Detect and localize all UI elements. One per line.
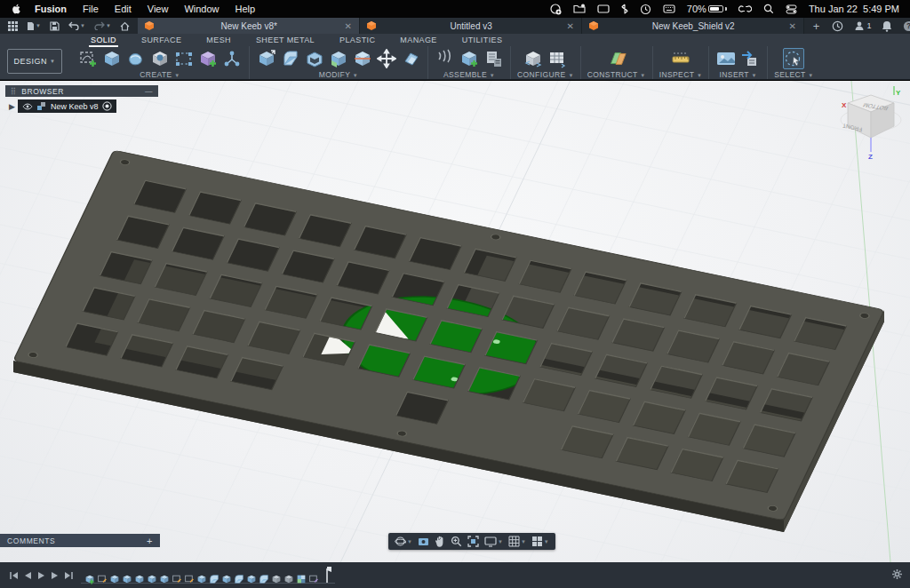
timeline-feature-combine-18[interactable]: [296, 572, 307, 583]
ribbon-tab-solid[interactable]: SOLID: [78, 34, 129, 46]
menu-view[interactable]: View: [140, 0, 177, 18]
extrude-icon[interactable]: [101, 48, 123, 69]
notifications-icon[interactable]: [882, 20, 892, 32]
measure-icon[interactable]: [670, 48, 691, 69]
add-comment-button[interactable]: +: [147, 536, 153, 546]
ribbon-tab-surface[interactable]: SURFACE: [129, 34, 194, 46]
group-label-inspect[interactable]: INSPECT ▼: [659, 70, 703, 79]
timeline-feature-form-16[interactable]: [271, 572, 282, 583]
timeline-feature-form-17[interactable]: [283, 572, 294, 583]
ribbon-tab-manage[interactable]: MANAGE: [387, 34, 449, 46]
bluetooth-icon[interactable]: [621, 4, 628, 14]
home-icon[interactable]: [117, 21, 132, 31]
display-settings-icon[interactable]: ▼: [483, 536, 505, 547]
timeline-feature-extrude-14[interactable]: [246, 572, 257, 583]
timeline-feature-fillet-11[interactable]: [209, 572, 220, 583]
timeline-feature-sketch-9[interactable]: [184, 572, 195, 583]
timeline-feature-extrude-6[interactable]: [147, 572, 157, 583]
menu-fusion[interactable]: Fusion: [27, 0, 75, 18]
ribbon-tab-plastic[interactable]: PLASTIC: [327, 34, 387, 46]
derive-icon[interactable]: [221, 48, 243, 69]
pan-icon[interactable]: [433, 536, 447, 547]
timeline-feature-extrude-7[interactable]: [159, 572, 170, 583]
timeline-feature-extrude-10[interactable]: [196, 572, 207, 583]
ribbon-tab-mesh[interactable]: MESH: [194, 34, 243, 46]
save-icon[interactable]: [47, 21, 62, 31]
shell-icon[interactable]: [304, 48, 325, 69]
timeline-feature-fillet-15[interactable]: [259, 572, 269, 583]
menu-help[interactable]: Help: [228, 0, 264, 18]
viewports-icon[interactable]: ▼: [530, 536, 551, 547]
form-icon[interactable]: [125, 48, 147, 69]
insert-image-icon[interactable]: [715, 48, 737, 69]
group-label-select[interactable]: SELECT ▼: [774, 70, 813, 79]
menu-bar-clock[interactable]: Thu Jan 22 5:49 PM: [809, 4, 899, 14]
battery-indicator[interactable]: 70%: [687, 4, 727, 14]
zoom-icon[interactable]: [449, 536, 464, 547]
redo-icon[interactable]: ▼: [92, 21, 114, 30]
app-grid-icon[interactable]: [5, 21, 20, 31]
offset-face-icon[interactable]: [400, 48, 421, 69]
fillet-icon[interactable]: [280, 48, 301, 69]
model-canvas[interactable]: [0, 81, 910, 562]
close-tab-icon[interactable]: ✕: [344, 21, 351, 31]
menu-file[interactable]: File: [75, 0, 107, 18]
timeline-feature-sketch-8[interactable]: [172, 572, 182, 583]
timeline-settings-gear-icon[interactable]: [891, 568, 910, 584]
timeline-skip-start-button[interactable]: [9, 571, 19, 580]
activate-component-radio[interactable]: [102, 101, 112, 111]
timeline-feature-fillet-13[interactable]: [234, 572, 244, 583]
construct-plane-icon[interactable]: [606, 48, 627, 69]
drag-handle-icon[interactable]: ⣿: [11, 87, 16, 95]
sketch-plus-icon[interactable]: [77, 48, 99, 69]
pattern-icon[interactable]: [173, 48, 195, 69]
press-pull-icon[interactable]: [256, 48, 277, 69]
menu-edit[interactable]: Edit: [107, 0, 140, 18]
browser-panel-header[interactable]: ⣿ BROWSER —: [5, 85, 158, 97]
timeline-feature-extrude-12[interactable]: [221, 572, 232, 583]
comments-bar[interactable]: COMMENTS +: [0, 534, 160, 547]
split-icon[interactable]: [352, 48, 373, 69]
menu-window[interactable]: Window: [176, 0, 227, 18]
orbit-icon[interactable]: ▼: [393, 536, 414, 547]
visibility-eye-icon[interactable]: [22, 103, 33, 110]
timeline-feature-sketch-2[interactable]: [97, 572, 108, 583]
joint-icon[interactable]: [435, 48, 456, 69]
folder-badge-icon[interactable]: [573, 4, 586, 14]
3d-viewport[interactable]: BOTTOM FRONT X Y Z ⣿ BROWSER — ▶ New Kee…: [0, 81, 910, 562]
spotlight-icon[interactable]: [763, 4, 774, 14]
document-tab-3[interactable]: New Keeb_Shield v2✕: [582, 18, 804, 34]
timeline-feature-component-1[interactable]: [84, 572, 95, 583]
config-table-icon[interactable]: [547, 48, 568, 69]
new-document-tab-button[interactable]: +: [804, 18, 829, 34]
group-label-modify[interactable]: MODIFY ▼: [319, 70, 358, 79]
time-machine-icon[interactable]: [640, 4, 651, 15]
timeline-feature-extrude-3[interactable]: [109, 572, 120, 583]
group-label-insert[interactable]: INSERT ▼: [720, 70, 757, 79]
history-icon[interactable]: [832, 20, 843, 32]
fit-icon[interactable]: [466, 536, 481, 547]
timeline-feature-sketch-purple-19[interactable]: [308, 572, 319, 583]
component-plus-icon[interactable]: [197, 48, 219, 69]
screen-mirroring-icon[interactable]: [550, 4, 562, 15]
browser-root-item[interactable]: New Keeb v8: [18, 99, 117, 113]
timeline-feature-extrude-5[interactable]: [134, 572, 145, 583]
handoff-icon[interactable]: [738, 4, 752, 13]
collaborators-icon[interactable]: 1: [854, 20, 871, 31]
hole-icon[interactable]: [149, 48, 171, 69]
ribbon-tab-sheet-metal[interactable]: SHEET METAL: [243, 34, 327, 46]
group-label-configure[interactable]: CONFIGURE ▼: [517, 70, 574, 79]
undo-icon[interactable]: ▼: [66, 21, 88, 30]
file-new-icon[interactable]: ▼: [24, 21, 44, 31]
look-at-icon[interactable]: [416, 536, 431, 547]
joint-origin-icon[interactable]: [483, 48, 504, 69]
combine-icon[interactable]: [328, 48, 349, 69]
workspace-selector[interactable]: DESIGN▼: [7, 49, 62, 74]
timeline-step-back-button[interactable]: [24, 571, 32, 580]
close-tab-icon[interactable]: ✕: [566, 21, 573, 31]
help-icon[interactable]: ?: [903, 20, 910, 32]
group-label-create[interactable]: CREATE ▼: [140, 70, 180, 79]
select-window-icon[interactable]: [783, 48, 804, 69]
timeline-play-button[interactable]: [37, 571, 45, 580]
move-icon[interactable]: [376, 48, 397, 69]
